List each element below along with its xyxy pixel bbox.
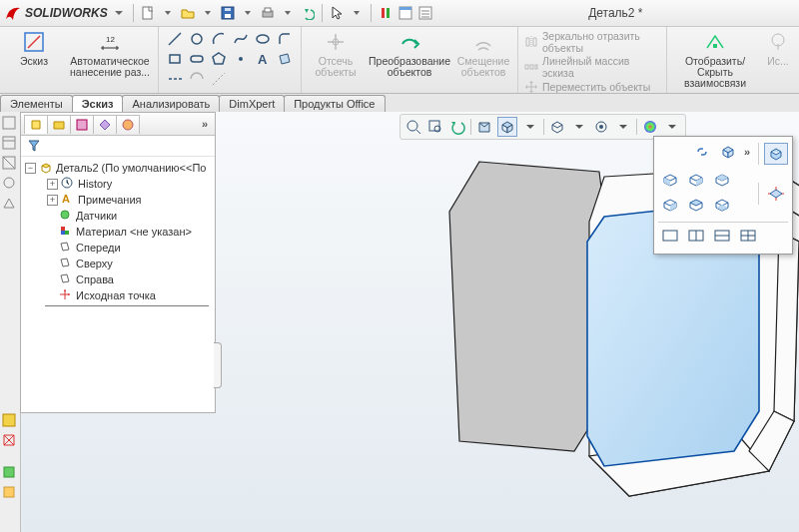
rectangle-icon[interactable] (165, 50, 185, 68)
window-4-icon[interactable] (736, 225, 760, 247)
tree-origin[interactable]: Исходная точка (25, 287, 215, 303)
select-icon[interactable] (328, 4, 346, 22)
print-icon[interactable] (259, 4, 277, 22)
zoom-area-icon[interactable] (426, 118, 444, 136)
dropdown-icon[interactable] (199, 4, 217, 22)
tree-material[interactable]: Материал <не указан> (25, 224, 215, 240)
trim-tool-icon[interactable] (187, 70, 207, 88)
construction-icon[interactable] (209, 70, 229, 88)
dropdown-icon[interactable] (159, 4, 177, 22)
panel-resize-handle[interactable] (214, 342, 222, 388)
smart-dimension-button[interactable]: 12 Автоматическое нанесение раз... (68, 30, 152, 78)
dock-item-icon[interactable] (2, 116, 18, 132)
feature-tree-tab[interactable] (24, 115, 48, 134)
panel-more-icon[interactable]: » (198, 118, 212, 130)
view-orient-icon[interactable] (497, 117, 517, 137)
rollback-bar[interactable] (45, 305, 209, 306)
expand-icon[interactable]: + (47, 179, 58, 190)
tree-plane-front[interactable]: Спереди (25, 240, 215, 256)
polygon-icon[interactable] (209, 50, 229, 68)
dropdown-icon[interactable] (663, 118, 681, 136)
tree-plane-top[interactable]: Сверху (25, 256, 215, 271)
tree-sensors[interactable]: Датчики (25, 208, 215, 224)
config-manager-tab[interactable] (70, 115, 94, 134)
point-icon[interactable] (231, 50, 251, 68)
display-style-icon[interactable] (548, 118, 566, 136)
dock-item-icon[interactable] (2, 176, 18, 192)
new-doc-icon[interactable] (139, 4, 157, 22)
dimxpert-tab[interactable] (93, 115, 117, 134)
plane-icon[interactable] (275, 50, 295, 68)
sketch-button[interactable]: Эскиз (6, 30, 62, 67)
options-icon[interactable] (397, 4, 414, 22)
tree-root[interactable]: − Деталь2 (По умолчанию<<По (25, 160, 215, 176)
single-view-icon[interactable] (764, 143, 788, 165)
tree-plane-right[interactable]: Справа (25, 271, 215, 287)
convert-entities-button[interactable]: Преобразование объектов (370, 30, 449, 78)
arc-icon[interactable] (209, 30, 229, 48)
display-relations-button[interactable]: Отобразить/Скрыть взаимосвязи (673, 30, 757, 89)
top-view-icon[interactable] (684, 194, 708, 216)
linear-pattern-button[interactable]: Линейный массив эскиза (524, 55, 660, 79)
dropdown-icon[interactable] (570, 118, 588, 136)
origin-icon (59, 288, 73, 302)
bottom-view-icon[interactable] (710, 194, 734, 216)
filter-icon[interactable] (27, 139, 41, 153)
dropdown-icon[interactable] (348, 4, 366, 22)
repair-sketch-button[interactable]: Ис... (763, 30, 793, 67)
dock-item-icon[interactable] (2, 136, 18, 152)
line-icon[interactable] (165, 30, 185, 48)
dropdown-icon[interactable] (521, 118, 539, 136)
rebuild-icon[interactable] (377, 4, 395, 22)
back-view-icon[interactable] (684, 169, 708, 191)
tree-history[interactable]: + History (25, 176, 215, 192)
property-manager-tab[interactable] (47, 115, 71, 134)
collapse-icon[interactable]: − (25, 163, 36, 174)
offset-entities-button[interactable]: Смещение объектов (455, 30, 511, 78)
appearance-icon[interactable] (641, 118, 659, 136)
menu-dropdown-icon[interactable] (110, 4, 128, 22)
left-view-icon[interactable] (710, 169, 734, 191)
centerline-icon[interactable] (165, 70, 185, 88)
spline-icon[interactable] (231, 30, 251, 48)
front-view-icon[interactable] (658, 169, 682, 191)
dock-item-icon[interactable] (2, 196, 18, 212)
prev-view-icon[interactable] (448, 118, 466, 136)
section-view-icon[interactable] (475, 118, 493, 136)
window-2v-icon[interactable] (710, 225, 734, 247)
save-icon[interactable] (219, 4, 237, 22)
dropdown-icon[interactable] (279, 4, 297, 22)
normal-to-icon[interactable] (764, 183, 788, 205)
slot-icon[interactable] (187, 50, 207, 68)
trim-entities-button[interactable]: Отсечь объекты (308, 30, 364, 78)
options-icon[interactable] (416, 4, 434, 22)
dock-item-icon[interactable] (2, 156, 18, 172)
app-logo: SOLIDWORKS (4, 4, 108, 22)
window-single-icon[interactable] (658, 225, 682, 247)
dock-item-icon[interactable] (2, 413, 18, 429)
display-manager-tab[interactable] (116, 115, 140, 134)
dock-item-icon[interactable] (2, 465, 18, 481)
tree-annotations[interactable]: + A Примечания (25, 192, 215, 208)
link-views-icon[interactable] (690, 141, 714, 163)
window-2h-icon[interactable] (684, 225, 708, 247)
svg-rect-35 (3, 117, 15, 129)
dock-item-icon[interactable] (2, 485, 18, 501)
zoom-fit-icon[interactable] (404, 118, 422, 136)
dropdown-icon[interactable] (239, 4, 257, 22)
mirror-entities-button[interactable]: Зеркально отразить объекты (524, 30, 660, 54)
circle-icon[interactable] (187, 30, 207, 48)
undo-icon[interactable] (299, 4, 317, 22)
dock-item-icon[interactable] (2, 433, 18, 449)
text-icon[interactable]: A (253, 50, 273, 68)
move-entities-button[interactable]: Переместить объекты (524, 80, 660, 94)
more-icon[interactable]: » (742, 146, 752, 158)
dropdown-icon[interactable] (614, 118, 632, 136)
fillet-icon[interactable] (275, 30, 295, 48)
hide-show-icon[interactable] (592, 118, 610, 136)
ellipse-icon[interactable] (253, 30, 273, 48)
expand-icon[interactable]: + (47, 195, 58, 206)
isometric-icon[interactable] (716, 141, 740, 163)
right-view-icon[interactable] (658, 194, 682, 216)
open-doc-icon[interactable] (179, 4, 197, 22)
